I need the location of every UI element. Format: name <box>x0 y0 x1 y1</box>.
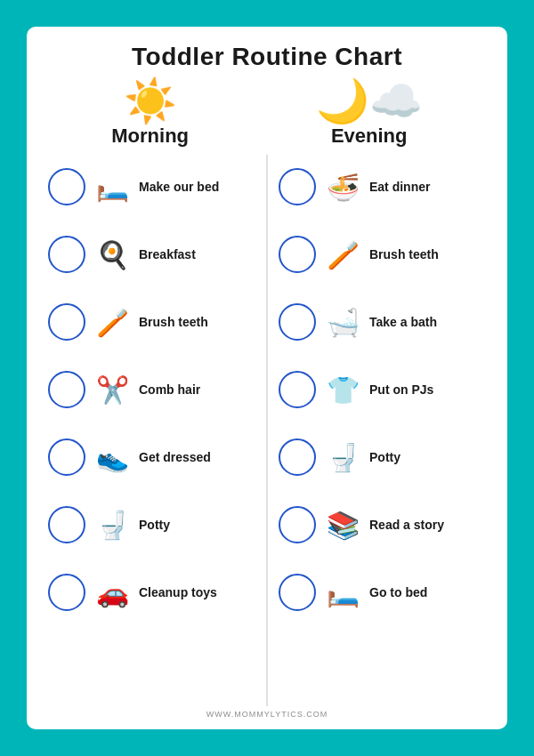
evening-checkbox-4[interactable] <box>279 438 316 476</box>
evening-item-label-4: Potty <box>369 450 400 465</box>
evening-item: 🛁 Take a bath <box>279 290 486 354</box>
evening-checkbox-5[interactable] <box>279 506 316 543</box>
morning-item: ✂️ Comb hair <box>48 358 255 422</box>
morning-checkbox-3[interactable] <box>48 371 85 408</box>
column-divider <box>266 155 268 706</box>
evening-checkbox-6[interactable] <box>279 574 316 611</box>
evening-column: 🍜 Eat dinner 🪥 Brush teeth 🛁 Take a bath… <box>279 155 486 706</box>
morning-item-icon-0: 🛏️ <box>91 165 134 208</box>
morning-item-label-0: Make our bed <box>139 180 219 195</box>
evening-checkbox-0[interactable] <box>279 168 316 205</box>
morning-item-label-6: Cleanup toys <box>139 585 217 600</box>
morning-item-label-5: Potty <box>139 518 170 533</box>
morning-checkbox-1[interactable] <box>48 236 85 273</box>
morning-item: 🛏️ Make our bed <box>48 155 255 219</box>
main-card: Toddler Routine Chart ☀️ Morning 🌙☁️ Eve… <box>27 27 507 729</box>
evening-item-icon-4: 🚽 <box>321 436 364 479</box>
morning-checkbox-0[interactable] <box>48 168 85 205</box>
evening-item-label-2: Take a bath <box>369 315 437 330</box>
evening-checkbox-2[interactable] <box>279 303 316 341</box>
morning-item-label-3: Comb hair <box>139 382 200 398</box>
morning-item-icon-4: 👟 <box>91 436 134 479</box>
evening-label: Evening <box>331 125 408 148</box>
morning-item: 🚗 Cleanup toys <box>48 560 255 624</box>
morning-item: 🚽 Potty <box>48 493 255 557</box>
evening-item-label-1: Brush teeth <box>369 247 439 262</box>
morning-header: ☀️ Morning <box>111 80 189 148</box>
evening-item-label-6: Go to bed <box>369 585 427 600</box>
page-title: Toddler Routine Chart <box>132 43 402 71</box>
evening-item-icon-6: 🛏️ <box>321 571 364 614</box>
morning-item-label-1: Breakfast <box>139 247 196 262</box>
evening-item-icon-2: 🛁 <box>321 301 364 343</box>
morning-checkbox-6[interactable] <box>48 574 85 611</box>
evening-checkbox-3[interactable] <box>279 371 316 408</box>
morning-column: 🛏️ Make our bed 🍳 Breakfast 🪥 Brush teet… <box>48 155 255 706</box>
evening-item-label-0: Eat dinner <box>369 180 430 195</box>
morning-item-label-4: Get dressed <box>139 450 211 465</box>
evening-item-icon-3: 👕 <box>321 368 364 411</box>
morning-item-label-2: Brush teeth <box>139 315 208 330</box>
morning-item-icon-6: 🚗 <box>91 571 134 614</box>
evening-item: 🍜 Eat dinner <box>279 155 486 219</box>
morning-checkbox-2[interactable] <box>48 303 85 341</box>
morning-label: Morning <box>111 125 189 148</box>
evening-header: 🌙☁️ Evening <box>316 80 423 148</box>
morning-item-icon-1: 🍳 <box>91 233 134 276</box>
section-headers: ☀️ Morning 🌙☁️ Evening <box>48 80 486 148</box>
evening-icon: 🌙☁️ <box>316 80 423 123</box>
evening-item-label-5: Read a story <box>369 518 444 533</box>
morning-checkbox-4[interactable] <box>48 438 85 476</box>
evening-item: 🪥 Brush teeth <box>279 222 486 286</box>
evening-item: 👕 Put on PJs <box>279 358 486 422</box>
morning-item: 🪥 Brush teeth <box>48 290 255 354</box>
evening-item-icon-1: 🪥 <box>321 233 364 276</box>
footer-text: WWW.MOMMYLYTICS.COM <box>206 710 328 719</box>
evening-item: 🚽 Potty <box>279 425 486 489</box>
evening-item: 🛏️ Go to bed <box>279 560 486 624</box>
morning-item: 🍳 Breakfast <box>48 222 255 286</box>
morning-checkbox-5[interactable] <box>48 506 85 543</box>
evening-item: 📚 Read a story <box>279 493 486 557</box>
morning-item: 👟 Get dressed <box>48 425 255 489</box>
evening-checkbox-1[interactable] <box>279 236 316 273</box>
morning-item-icon-5: 🚽 <box>91 503 134 546</box>
morning-item-icon-3: ✂️ <box>91 368 134 411</box>
evening-item-label-3: Put on PJs <box>369 382 433 398</box>
morning-item-icon-2: 🪥 <box>91 301 134 343</box>
evening-item-icon-5: 📚 <box>321 503 364 546</box>
evening-item-icon-0: 🍜 <box>321 165 364 208</box>
content-columns: 🛏️ Make our bed 🍳 Breakfast 🪥 Brush teet… <box>48 155 486 706</box>
morning-icon: ☀️ <box>124 80 177 123</box>
